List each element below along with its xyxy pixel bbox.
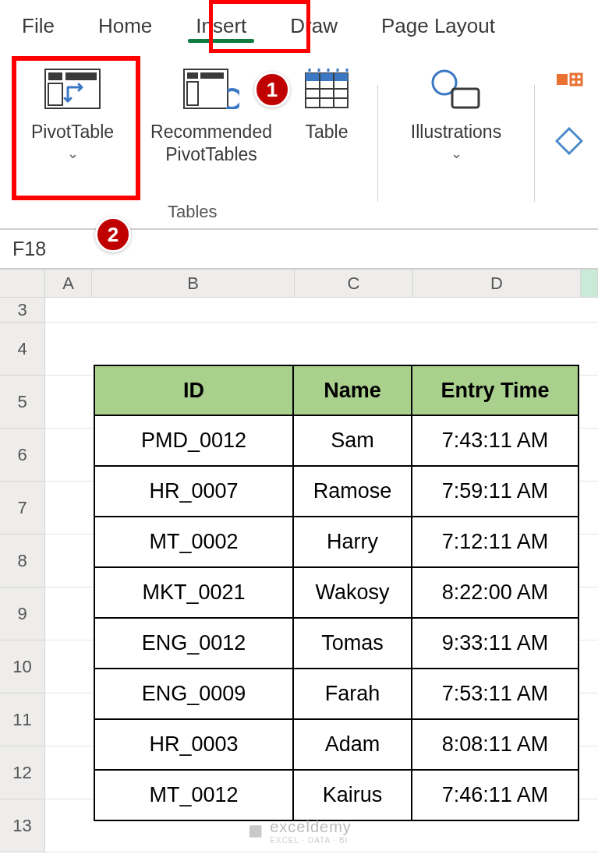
- row-header[interactable]: 13: [0, 799, 45, 852]
- table-row: MT_0002Harry7:12:11 AM: [94, 517, 579, 567]
- cell-name[interactable]: Harry: [293, 517, 412, 567]
- callout-badge-2: 2: [95, 217, 131, 252]
- name-box[interactable]: F18: [0, 230, 156, 268]
- ribbon-separator: [534, 85, 535, 202]
- watermark-sub: EXCEL · DATA · BI: [270, 836, 352, 845]
- tab-file[interactable]: File: [0, 3, 76, 49]
- illustrations-button[interactable]: Illustrations ⌄: [394, 58, 518, 165]
- cell[interactable]: [45, 535, 92, 587]
- cell[interactable]: [45, 429, 92, 482]
- header-name[interactable]: Name: [293, 365, 412, 415]
- row-header[interactable]: 7: [0, 482, 45, 535]
- cell[interactable]: [581, 640, 598, 693]
- ribbon-separator: [377, 85, 378, 202]
- cell-name[interactable]: Sam: [293, 415, 412, 466]
- cell[interactable]: [581, 323, 598, 376]
- cell-id[interactable]: MT_0002: [94, 517, 293, 567]
- cell-time[interactable]: 7:12:11 AM: [412, 517, 579, 567]
- cell[interactable]: [581, 799, 598, 852]
- svg-rect-6: [200, 72, 224, 79]
- row-header[interactable]: 8: [0, 535, 45, 587]
- cell-name[interactable]: Ramose: [293, 466, 412, 517]
- row-header[interactable]: 9: [0, 587, 45, 640]
- table-row: PMD_0012Sam7:43:11 AM: [94, 415, 579, 466]
- cell[interactable]: [45, 298, 92, 323]
- svg-rect-7: [187, 82, 198, 105]
- cell[interactable]: [581, 298, 598, 323]
- recommended-pivottables-icon: [183, 62, 239, 116]
- col-header-D[interactable]: D: [413, 270, 581, 298]
- cell-name[interactable]: Tomas: [293, 618, 412, 669]
- row-header[interactable]: 10: [0, 640, 45, 693]
- ribbon-tabs: File Home Insert Draw Page Layout: [0, 0, 598, 49]
- cell-time[interactable]: 8:08:11 AM: [412, 719, 579, 770]
- row-header[interactable]: 5: [0, 376, 45, 429]
- header-time[interactable]: Entry Time: [412, 365, 579, 415]
- cell-id[interactable]: MT_0012: [94, 770, 293, 820]
- cell[interactable]: [295, 298, 413, 323]
- cell[interactable]: [45, 746, 92, 799]
- cell[interactable]: [581, 535, 598, 587]
- callout-badge-1: 1: [254, 72, 290, 108]
- cell-time[interactable]: 7:59:11 AM: [412, 466, 579, 517]
- select-all-corner[interactable]: [0, 270, 45, 298]
- col-header-A[interactable]: A: [45, 270, 92, 298]
- cell-name[interactable]: Farah: [293, 669, 412, 719]
- cell-time[interactable]: 9:33:11 AM: [412, 618, 579, 669]
- pivottable-button[interactable]: PivotTable ⌄: [14, 58, 131, 165]
- row-header[interactable]: 12: [0, 746, 45, 799]
- cell[interactable]: [581, 746, 598, 799]
- tab-insert[interactable]: Insert: [174, 3, 268, 49]
- shapes-icon[interactable]: [555, 127, 583, 161]
- cell-id[interactable]: ENG_0012: [94, 618, 293, 669]
- cell[interactable]: [45, 482, 92, 535]
- table-row: ENG_0012Tomas9:33:11 AM: [94, 618, 579, 669]
- col-header-B[interactable]: B: [92, 270, 295, 298]
- cell[interactable]: [581, 587, 598, 640]
- cell[interactable]: [45, 376, 92, 429]
- cell[interactable]: [45, 587, 92, 640]
- cell[interactable]: [45, 640, 92, 693]
- cell-id[interactable]: MKT_0021: [94, 567, 293, 618]
- watermark: exceldemy EXCEL · DATA · BI: [246, 818, 352, 845]
- data-table: ID Name Entry Time PMD_0012Sam7:43:11 AM…: [94, 365, 579, 821]
- cell-id[interactable]: HR_0003: [94, 719, 293, 770]
- table-button[interactable]: Table: [292, 58, 362, 146]
- cell-name[interactable]: Kairus: [293, 770, 412, 820]
- cell-id[interactable]: HR_0007: [94, 466, 293, 517]
- tab-draw[interactable]: Draw: [268, 3, 359, 49]
- cell-time[interactable]: 7:53:11 AM: [412, 669, 579, 719]
- cell[interactable]: [92, 298, 295, 323]
- cell[interactable]: [45, 323, 92, 376]
- row-header[interactable]: 11: [0, 693, 45, 746]
- row-header[interactable]: 4: [0, 323, 45, 376]
- cell[interactable]: [581, 693, 598, 746]
- cell-name[interactable]: Adam: [293, 719, 412, 770]
- tab-page-layout[interactable]: Page Layout: [359, 3, 517, 49]
- cell-name[interactable]: Wakosy: [293, 567, 412, 618]
- cell-id[interactable]: PMD_0012: [94, 415, 293, 466]
- cell-time[interactable]: 7:46:11 AM: [412, 770, 579, 820]
- cell[interactable]: [45, 799, 92, 852]
- cell-time[interactable]: 7:43:11 AM: [412, 415, 579, 466]
- cell[interactable]: [45, 693, 92, 746]
- ribbon-addins-partial: [550, 58, 583, 161]
- col-header-C[interactable]: C: [295, 270, 413, 298]
- cell-id[interactable]: ENG_0009: [94, 669, 293, 719]
- illustrations-label: Illustrations: [411, 121, 501, 143]
- row-header[interactable]: 6: [0, 429, 45, 482]
- row-header[interactable]: 3: [0, 298, 45, 323]
- col-header-E-partial[interactable]: [581, 270, 598, 298]
- cell[interactable]: [581, 429, 598, 482]
- tab-home[interactable]: Home: [76, 3, 174, 49]
- svg-rect-2: [65, 72, 97, 80]
- header-id[interactable]: ID: [94, 365, 293, 415]
- svg-rect-12: [452, 89, 479, 108]
- ribbon-group-label-tables: Tables: [168, 202, 218, 222]
- namebox-row: F18: [0, 228, 598, 270]
- cell-time[interactable]: 8:22:00 AM: [412, 567, 579, 618]
- cell[interactable]: [581, 482, 598, 535]
- cell[interactable]: [581, 376, 598, 429]
- addins-icon[interactable]: [555, 72, 583, 107]
- cell[interactable]: [413, 298, 581, 323]
